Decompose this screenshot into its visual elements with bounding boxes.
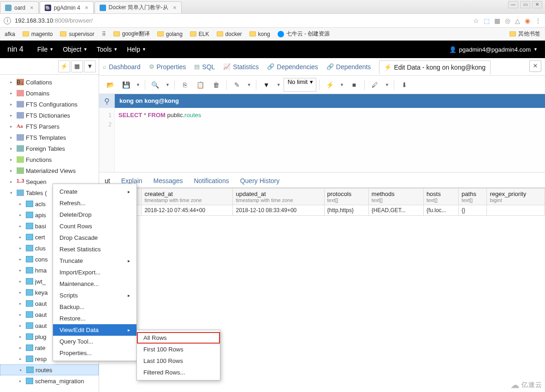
column-header[interactable]: hoststext[] — [423, 189, 458, 205]
maximize-button[interactable]: ▭ — [520, 1, 530, 8]
cell[interactable]: 2018-12-10 07:45:44+00 — [142, 205, 233, 216]
sql-editor[interactable]: 12 SELECT * FROM public.routes — [99, 108, 545, 172]
ctx-sub-item[interactable]: Last 100 Rows — [137, 355, 220, 367]
cell[interactable]: 2018-12-10 08:33:49+00 — [233, 205, 324, 216]
context-menu[interactable]: Create▸Refresh...Delete/DropCount RowsDr… — [53, 184, 137, 361]
ctx-item[interactable]: Restore... — [53, 313, 136, 324]
tab-dashboard[interactable]: ⌕Dashboard — [103, 63, 141, 71]
star-icon[interactable]: ☆ — [473, 17, 479, 24]
expand-icon[interactable]: ▸ — [10, 146, 15, 151]
browser-tab[interactable]: Docker 简单入门教学-从 × — [95, 1, 182, 13]
tree-node[interactable]: ▸FTS Templates — [0, 132, 99, 143]
stop-button[interactable]: ■ — [347, 78, 361, 92]
menu-icon[interactable]: ⋮ — [535, 17, 541, 24]
chevron-down-icon[interactable]: ▼ — [164, 83, 172, 87]
ctx-item[interactable]: Maintenance... — [53, 278, 136, 290]
tab-messages[interactable]: Messages — [153, 174, 184, 187]
minimize-button[interactable]: — — [508, 1, 518, 8]
tree-node[interactable]: ▸schema_migration — [0, 375, 99, 386]
cell[interactable] — [487, 205, 545, 216]
expand-icon[interactable]: ▸ — [19, 268, 24, 273]
editor-code[interactable]: SELECT * FROM public.routes — [115, 108, 205, 172]
ctx-item[interactable]: Backup... — [53, 301, 136, 313]
adblock-icon[interactable]: ◉ — [525, 17, 530, 24]
menu-tools[interactable]: Tools▼ — [97, 46, 118, 53]
tab-dependents[interactable]: 🔗Dependents — [326, 63, 371, 71]
expand-icon[interactable]: ▸ — [19, 224, 24, 228]
expand-icon[interactable]: ▸ — [19, 356, 24, 361]
ctx-item[interactable]: Import/Export... — [53, 267, 136, 278]
tab-sql[interactable]: ▤SQL — [194, 63, 215, 71]
paste-button[interactable]: 📋 — [193, 78, 208, 92]
expand-icon[interactable]: ▸ — [19, 312, 24, 317]
expand-icon[interactable]: ▸ — [19, 213, 24, 217]
filter-button[interactable]: ▼ — [84, 60, 96, 72]
bookmark-item[interactable]: kong — [247, 30, 273, 39]
expand-icon[interactable]: ▸ — [19, 301, 24, 306]
tab-query-history[interactable]: Query History — [239, 174, 281, 187]
column-header[interactable]: created_attimestamp with time zone — [142, 189, 233, 205]
browser-tab[interactable]: 🐘 pgAdmin 4 × — [40, 1, 94, 13]
cell[interactable]: {http,https} — [324, 205, 368, 216]
bookmark-item[interactable]: docker — [214, 30, 245, 39]
user-menu[interactable]: 👤 pgadmin4@pgadmin4.com ▼ — [449, 46, 538, 53]
tab-statistics[interactable]: 📈Statistics — [223, 63, 259, 71]
chevron-down-icon[interactable]: ▼ — [245, 83, 253, 87]
browser-tab[interactable]: oard × — [0, 1, 39, 13]
limit-select[interactable]: No limit ▾ — [284, 78, 316, 92]
chevron-down-icon[interactable]: ▼ — [383, 83, 391, 87]
tree-node[interactable]: ▸FTS Configurations — [0, 99, 99, 110]
ctx-sub-item[interactable]: All Rows — [137, 332, 220, 344]
bookmark-item[interactable]: ELK — [187, 30, 212, 39]
close-icon[interactable]: × — [30, 4, 34, 11]
bookmark-item[interactable]: supervisor — [57, 30, 97, 39]
expand-icon[interactable]: ▸ — [19, 323, 24, 328]
bookmark-item[interactable]: afka — [2, 30, 18, 39]
context-submenu[interactable]: All RowsFirst 100 RowsLast 100 RowsFilte… — [136, 330, 220, 380]
tab-edit-data[interactable]: ⚡Edit Data - kong on kong@kong — [379, 60, 491, 74]
delete-button[interactable]: 🗑 — [209, 78, 224, 92]
ctx-item[interactable]: Delete/Drop — [53, 209, 136, 220]
ctx-item[interactable]: Count Rows — [53, 220, 136, 232]
cell[interactable]: {fu.loc... — [423, 205, 458, 216]
url-text[interactable]: 192.168.33.10:8009/browser/ — [15, 17, 469, 24]
expand-icon[interactable]: ▸ — [10, 168, 15, 173]
save-button[interactable]: 💾 — [118, 78, 133, 92]
ctx-item[interactable]: Query Tool... — [53, 336, 136, 347]
filter-button[interactable]: ▼ — [259, 78, 274, 92]
close-icon[interactable]: × — [85, 4, 89, 11]
ctx-item[interactable]: View/Edit Data▸ — [53, 324, 136, 336]
view-data-button[interactable]: ▦ — [71, 60, 83, 72]
menu-help[interactable]: Help▼ — [127, 46, 146, 53]
ctx-sub-item[interactable]: Filtered Rows... — [137, 367, 220, 378]
tree-node[interactable]: ▸AaFTS Parsers — [0, 121, 99, 132]
extension-icon[interactable]: △ — [515, 17, 520, 24]
expand-icon[interactable]: ▸ — [19, 246, 24, 250]
tree-node[interactable]: ▸routes — [0, 364, 99, 375]
bookmark-item[interactable]: 七牛云 - 创建资源 — [275, 29, 333, 39]
column-header[interactable]: regex_prioritybigint — [487, 189, 545, 205]
close-button[interactable]: ✕ — [532, 1, 542, 8]
extension-icon[interactable]: ◎ — [505, 17, 510, 24]
expand-icon[interactable]: ▸ — [10, 91, 15, 95]
expand-icon[interactable]: ▸ — [20, 368, 24, 372]
column-header[interactable]: methodstext[] — [368, 189, 423, 205]
translate-icon[interactable]: ⬚ — [484, 17, 490, 24]
ctx-item[interactable]: Truncate▸ — [53, 255, 136, 267]
expand-icon[interactable]: ▸ — [10, 179, 15, 184]
ctx-item[interactable]: Drop Cascade — [53, 232, 136, 244]
expand-icon[interactable]: ▾ — [10, 190, 15, 195]
tree-node[interactable]: ▸Materialized Views — [0, 165, 99, 176]
expand-icon[interactable]: ▸ — [10, 80, 15, 84]
bookmark-item[interactable]: golang — [154, 30, 185, 39]
expand-icon[interactable]: ▸ — [10, 157, 15, 162]
close-panel-button[interactable]: × — [529, 60, 541, 72]
column-header[interactable]: pathstext[] — [459, 189, 487, 205]
find-button[interactable]: 🔍 — [148, 78, 163, 92]
bookmark-item[interactable]: magento — [20, 30, 56, 39]
expand-icon[interactable]: ▸ — [10, 102, 15, 107]
cell[interactable]: {HEAD,GET... — [368, 205, 423, 216]
column-header[interactable]: updated_attimestamp with time zone — [233, 189, 324, 205]
expand-icon[interactable]: ▸ — [19, 334, 24, 339]
expand-icon[interactable]: ▸ — [10, 124, 15, 129]
